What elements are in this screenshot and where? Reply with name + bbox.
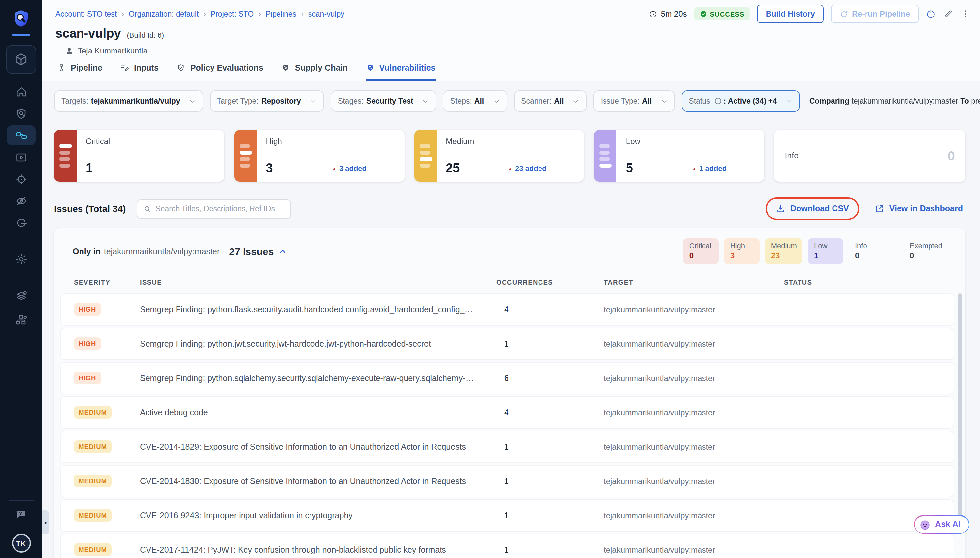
sidebar-item-settings[interactable]	[7, 249, 36, 269]
logo-active-underline	[12, 34, 30, 36]
sidebar-item-org-gear[interactable]	[7, 310, 36, 330]
severity-card-count: 1	[86, 161, 93, 176]
sidebar-item-help[interactable]: ?	[7, 504, 36, 524]
scrollbar-thumb[interactable]	[958, 293, 962, 526]
group-count-label: 27 Issues	[229, 246, 273, 257]
table-row[interactable]: MEDIUMCVE-2014-1829: Exposure of Sensiti…	[61, 431, 954, 462]
table-row[interactable]: MEDIUMCVE-2014-1830: Exposure of Sensiti…	[61, 466, 954, 497]
sidebar-item-eye-off[interactable]	[7, 191, 36, 211]
page-title: scan-vulpy	[56, 26, 121, 41]
user-avatar[interactable]: TK	[11, 533, 31, 553]
search-box[interactable]	[136, 199, 291, 218]
breadcrumb-separator: ›	[301, 10, 304, 18]
sidebar-item-token[interactable]	[7, 213, 36, 233]
layers-gear-icon	[15, 290, 28, 302]
filter-label: Status	[689, 97, 710, 105]
sidebar-item-targets[interactable]	[7, 169, 36, 189]
filter-label: Issue Type:	[601, 97, 640, 105]
filter-scanner[interactable]: Scanner:All	[514, 90, 587, 112]
severity-card-count: 0	[948, 148, 955, 163]
filter-targets[interactable]: Targets:tejakummarikuntla/vulpy	[54, 90, 203, 112]
comparing-label: Comparing	[810, 97, 849, 105]
target-value: tejakummarikuntla/vulpy:master	[604, 339, 784, 348]
breadcrumb-link[interactable]: Project: STO	[211, 10, 254, 18]
tab-policy-evaluations[interactable]: Policy Evaluations	[177, 63, 263, 80]
breadcrumb-link[interactable]: Organization: default	[129, 10, 199, 18]
breadcrumb-row: Account: STO test›Organization: default›…	[56, 5, 971, 23]
occurrences-value: 4	[496, 408, 604, 417]
module-selector-button[interactable]	[6, 45, 36, 74]
kebab-menu-icon[interactable]	[960, 8, 971, 19]
target-value: tejakummarikuntla/vulpy:master	[604, 305, 784, 314]
external-link-icon	[875, 204, 885, 213]
table-row[interactable]: MEDIUMActive debug code4tejakummarikuntl…	[61, 397, 954, 428]
filter-steps[interactable]: Steps:All	[443, 90, 507, 112]
info-icon	[714, 97, 722, 105]
tab-vulnerabilities[interactable]: Vulnerabilities	[366, 63, 435, 80]
filter-label: Stages:	[338, 97, 364, 105]
filter-status[interactable]: Status: Active (34) +4	[681, 90, 800, 112]
breadcrumb-separator: ›	[121, 10, 124, 18]
tab-supply-chain[interactable]: Supply Chain	[281, 63, 348, 80]
inputs-tab-icon	[120, 63, 129, 73]
view-in-dashboard-button[interactable]: View in Dashboard	[875, 204, 963, 213]
sto-shield-logo[interactable]	[11, 8, 31, 28]
severity-badge: HIGH	[74, 337, 101, 350]
filter-label: Steps:	[450, 97, 472, 105]
table-row[interactable]: HIGHSemgrep Finding: python.sqlalchemy.s…	[61, 363, 954, 394]
severity-badge: MEDIUM	[74, 509, 111, 522]
targets-icon	[15, 173, 28, 185]
tab-inputs[interactable]: Inputs	[120, 63, 159, 80]
sidebar-item-shield-scan[interactable]	[7, 104, 36, 123]
summary-pill-medium: Medium23	[765, 238, 803, 264]
severity-card-high: High3▲3 added	[234, 130, 404, 182]
status-badge: SUCCESS	[694, 7, 750, 20]
table-row[interactable]: MEDIUMCVE-2016-9243: Improper input vali…	[61, 500, 954, 531]
duration-value: 5m 20s	[661, 9, 687, 18]
pipeline-tab-icon	[57, 63, 66, 73]
issue-title: CVE-2014-1830: Exposure of Sensitive Inf…	[140, 476, 496, 486]
severity-card-low: Low5▲1 added	[594, 130, 764, 182]
breadcrumb-link[interactable]: Account: STO test	[56, 10, 117, 18]
execution-tabs: PipelineInputsPolicy EvaluationsSupply C…	[56, 63, 971, 80]
severity-bars-icon	[594, 130, 617, 182]
info-icon[interactable]	[926, 9, 936, 19]
edit-pipeline-icon[interactable]	[943, 9, 953, 19]
chevron-down-icon	[660, 97, 668, 105]
breadcrumb-link[interactable]: scan-vulpy	[308, 10, 345, 18]
ask-ai-button[interactable]: Ask AI	[914, 515, 969, 533]
tab-pipeline[interactable]: Pipeline	[57, 63, 102, 80]
rerun-pipeline-button[interactable]: Re-run Pipeline	[831, 5, 919, 23]
download-csv-button[interactable]: Download CSV	[776, 204, 849, 213]
filter-stages[interactable]: Stages:Security Test	[330, 90, 437, 112]
group-issues-count[interactable]: 27 Issues	[229, 246, 287, 257]
sidebar-item-executions[interactable]	[7, 147, 36, 167]
table-row[interactable]: HIGHSemgrep Finding: python.flask.securi…	[61, 294, 954, 325]
summary-pill-count: 0	[689, 251, 713, 260]
breadcrumb-link[interactable]: Pipelines	[266, 10, 296, 18]
sidebar-item-pipelines[interactable]	[7, 125, 36, 145]
table-row[interactable]: MEDIUMCVE-2017-11424: PyJWT: Key confusi…	[61, 534, 954, 558]
sidebar-item-layers-gear[interactable]	[7, 286, 36, 306]
table-header: SEVERITYISSUEOCCURRENCESTARGETSTATUS	[54, 268, 965, 292]
occurrences-value: 1	[496, 476, 604, 486]
filter-targettype[interactable]: Target Type:Repository	[210, 90, 324, 112]
issue-title: Semgrep Finding: python.flask.security.a…	[140, 305, 496, 314]
target-value: tejakummarikuntla/vulpy:master	[604, 545, 784, 555]
build-history-button[interactable]: Build History	[757, 5, 824, 23]
filter-value: All	[474, 97, 484, 105]
occurrences-value: 1	[496, 545, 604, 555]
sidebar-item-home[interactable]	[7, 82, 36, 102]
download-csv-label: Download CSV	[790, 204, 849, 213]
summary-pill-info: Info0	[849, 238, 885, 264]
sidebar-expand-handle[interactable]: ▸	[42, 510, 49, 534]
added-label: 3 added	[339, 164, 366, 172]
filter-label: Target Type:	[217, 97, 259, 105]
filter-issuetype[interactable]: Issue Type:All	[594, 90, 675, 112]
search-input[interactable]	[155, 205, 284, 213]
table-row[interactable]: HIGHSemgrep Finding: python.jwt.security…	[61, 328, 954, 359]
filter-label: Scanner:	[521, 97, 551, 105]
page-header: Account: STO test›Organization: default›…	[42, 0, 980, 81]
supply-chain-tab-icon	[281, 63, 290, 73]
issue-title: Active debug code	[140, 408, 496, 417]
